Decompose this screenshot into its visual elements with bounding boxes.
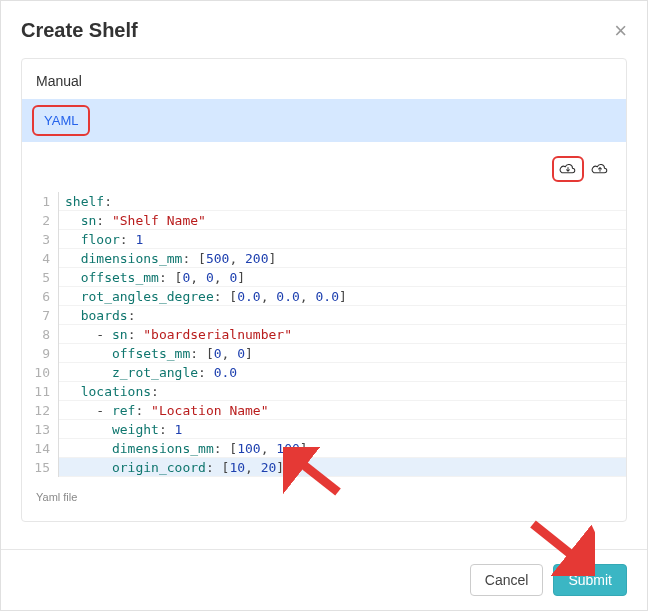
helper-text: Yaml file <box>22 483 626 521</box>
code-line[interactable]: z_rot_angle: 0.0 <box>59 363 626 382</box>
code-line[interactable]: rot_angles_degree: [0.0, 0.0, 0.0] <box>59 287 626 306</box>
modal-header: Create Shelf × <box>1 1 647 58</box>
code-line[interactable]: dimensions_mm: [500, 200] <box>59 249 626 268</box>
code-line[interactable]: dimensions_mm: [100, 100] <box>59 439 626 458</box>
manual-section-label: Manual <box>22 59 626 99</box>
line-gutter: 123456789101112131415 <box>22 192 58 477</box>
code-line[interactable]: floor: 1 <box>59 230 626 249</box>
code-line[interactable]: origin_coord: [10, 20] <box>59 458 626 477</box>
code-line[interactable]: shelf: <box>59 192 626 211</box>
yaml-editor[interactable]: 123456789101112131415 shelf: sn: "Shelf … <box>22 192 626 483</box>
modal-title: Create Shelf <box>21 19 138 42</box>
tab-yaml[interactable]: YAML <box>32 105 90 136</box>
cloud-upload-icon[interactable] <box>590 160 610 178</box>
cancel-button[interactable]: Cancel <box>470 564 544 596</box>
code-line[interactable]: weight: 1 <box>59 420 626 439</box>
modal-footer: Cancel Submit <box>1 549 647 610</box>
code-line[interactable]: sn: "Shelf Name" <box>59 211 626 230</box>
modal-body: Manual YAML 123456789101112131415 shelf:… <box>1 58 647 522</box>
code-line[interactable]: - ref: "Location Name" <box>59 401 626 420</box>
create-shelf-modal: Create Shelf × Manual YAML 1234567891011… <box>0 0 648 611</box>
form-card: Manual YAML 123456789101112131415 shelf:… <box>21 58 627 522</box>
submit-button[interactable]: Submit <box>553 564 627 596</box>
cloud-download-icon[interactable] <box>558 160 578 178</box>
code-line[interactable]: boards: <box>59 306 626 325</box>
code-area[interactable]: shelf: sn: "Shelf Name" floor: 1 dimensi… <box>58 192 626 477</box>
code-line[interactable]: - sn: "boardserialnumber" <box>59 325 626 344</box>
code-line[interactable]: locations: <box>59 382 626 401</box>
highlighted-cloud-box <box>552 156 584 182</box>
code-line[interactable]: offsets_mm: [0, 0, 0] <box>59 268 626 287</box>
tab-bar: YAML <box>22 99 626 142</box>
close-icon[interactable]: × <box>614 20 627 42</box>
editor-toolbar <box>22 142 626 192</box>
code-line[interactable]: offsets_mm: [0, 0] <box>59 344 626 363</box>
